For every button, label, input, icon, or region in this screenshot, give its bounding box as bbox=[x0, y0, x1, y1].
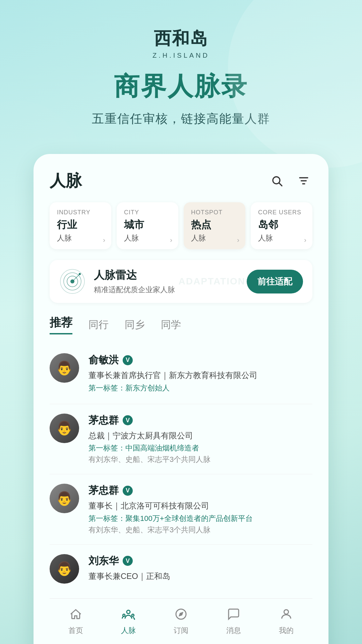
radar-title: 人脉雷达 bbox=[94, 268, 239, 283]
radar-goto-button[interactable]: 前往适配 bbox=[247, 270, 303, 293]
person-tag: 第一标签：新东方创始人 bbox=[88, 383, 312, 393]
person-name-row: 俞敏洪 V bbox=[88, 353, 312, 367]
person-info: 俞敏洪 V 董事长兼首席执行官｜新东方教育科技有限公司 第一标签：新东方创始人 bbox=[88, 353, 312, 394]
network-icon bbox=[120, 605, 137, 623]
home-icon bbox=[67, 605, 84, 623]
person-title: 董事长｜北京洛可可科技有限公司 bbox=[88, 500, 312, 512]
person-connections: 有刘东华、史船、宋志平3个共同人脉 bbox=[88, 454, 312, 465]
logo-text: 西和岛 bbox=[154, 27, 208, 50]
card-title: 人脉 bbox=[50, 170, 82, 192]
category-city[interactable]: CITY 城市 人脉 › bbox=[117, 202, 178, 249]
svg-point-13 bbox=[132, 614, 134, 616]
avatar: 👨 bbox=[50, 484, 79, 513]
svg-point-10 bbox=[79, 273, 81, 275]
list-item[interactable]: 👨 刘东华 V 董事长兼CEO｜正和岛 bbox=[50, 545, 312, 593]
verified-badge: V bbox=[123, 556, 133, 566]
tab-peer[interactable]: 同行 bbox=[88, 318, 109, 334]
person-tag: 第一标签：聚集100万+全球创造者的产品创新平台 bbox=[88, 514, 312, 524]
person-title: 董事长兼CEO｜正和岛 bbox=[88, 571, 312, 582]
avatar: 👨 bbox=[50, 414, 79, 443]
person-info: 刘东华 V 董事长兼CEO｜正和岛 bbox=[88, 554, 312, 584]
nav-profile[interactable]: 我的 bbox=[278, 605, 295, 636]
category-industry-arrow: › bbox=[103, 236, 105, 244]
radar-desc: 精准适配优质企业家人脉 bbox=[94, 285, 239, 295]
person-connections: 有刘东华、史船、宋志平3个共同人脉 bbox=[88, 525, 312, 535]
verified-badge: V bbox=[123, 415, 133, 425]
card-actions bbox=[268, 172, 312, 190]
category-hotspot-arrow: › bbox=[237, 236, 239, 244]
card-header: 人脉 bbox=[50, 170, 312, 192]
avatar: 👨 bbox=[50, 554, 79, 584]
category-core-label: CORE USERS bbox=[258, 209, 305, 216]
person-name: 茅忠群 bbox=[88, 414, 119, 427]
svg-marker-15 bbox=[179, 612, 183, 616]
list-item[interactable]: 👨 茅忠群 V 董事长｜北京洛可可科技有限公司 第一标签：聚集100万+全球创造… bbox=[50, 474, 312, 545]
category-grid: INDUSTRY 行业 人脉 › CITY 城市 人脉 › HOTSPOT 热点… bbox=[50, 202, 312, 249]
person-name: 刘东华 bbox=[88, 554, 119, 568]
person-title: 董事长兼首席执行官｜新东方教育科技有限公司 bbox=[88, 370, 312, 381]
category-city-label: CITY bbox=[124, 209, 171, 216]
list-item[interactable]: 👨 茅忠群 V 总裁｜宁波方太厨具有限公司 第一标签：中国高端油烟机缔造者 有刘… bbox=[50, 404, 312, 475]
nav-profile-label: 我的 bbox=[279, 626, 294, 636]
category-hotspot[interactable]: HOTSPOT 热点 人脉 › bbox=[184, 202, 245, 249]
radar-banner: 人脉雷达 精准适配优质企业家人脉 ADAPTATION 前往适配 bbox=[50, 260, 312, 303]
category-core-sub: 人脉 bbox=[258, 233, 305, 243]
nav-message[interactable]: 消息 bbox=[225, 605, 242, 636]
radar-icon bbox=[59, 268, 86, 295]
person-info: 茅忠群 V 董事长｜北京洛可可科技有限公司 第一标签：聚集100万+全球创造者的… bbox=[88, 484, 312, 535]
person-name-row: 茅忠群 V bbox=[88, 484, 312, 497]
list-item[interactable]: 👨 俞敏洪 V 董事长兼首席执行官｜新东方教育科技有限公司 第一标签：新东方创始… bbox=[50, 344, 312, 404]
verified-badge: V bbox=[123, 486, 133, 496]
person-name: 茅忠群 bbox=[88, 484, 119, 497]
tab-classmate[interactable]: 同学 bbox=[161, 318, 181, 334]
svg-line-9 bbox=[72, 274, 80, 281]
category-hotspot-sub: 人脉 bbox=[191, 233, 238, 243]
svg-line-1 bbox=[279, 183, 282, 186]
category-city-arrow: › bbox=[170, 236, 172, 244]
nav-network-label: 人脉 bbox=[121, 626, 136, 636]
category-industry-name: 行业 bbox=[57, 218, 104, 232]
tab-recommend[interactable]: 推荐 bbox=[50, 315, 72, 334]
person-name-row: 茅忠群 V bbox=[88, 414, 312, 427]
category-core-name: 岛邻 bbox=[258, 218, 305, 232]
category-industry[interactable]: INDUSTRY 行业 人脉 › bbox=[50, 202, 111, 249]
nav-subscribe[interactable]: 订阅 bbox=[172, 605, 190, 636]
bottom-nav: 首页 人脉 订阅 bbox=[50, 598, 312, 641]
search-button[interactable] bbox=[268, 172, 286, 190]
person-icon bbox=[278, 605, 295, 623]
message-icon bbox=[225, 605, 242, 623]
svg-point-16 bbox=[284, 610, 288, 614]
filter-button[interactable] bbox=[295, 172, 312, 190]
nav-home[interactable]: 首页 bbox=[67, 605, 84, 636]
nav-network[interactable]: 人脉 bbox=[120, 605, 137, 636]
category-industry-sub: 人脉 bbox=[57, 233, 104, 243]
avatar: 👨 bbox=[50, 353, 79, 383]
hero-subtitle: 五重信任审核，链接高能量人群 bbox=[0, 111, 362, 127]
category-industry-label: INDUSTRY bbox=[57, 209, 104, 216]
nav-message-label: 消息 bbox=[226, 626, 241, 636]
logo-container: 西和岛 Z.H.ISLAND bbox=[0, 27, 362, 59]
person-name: 俞敏洪 bbox=[88, 353, 119, 367]
category-city-sub: 人脉 bbox=[124, 233, 171, 243]
category-core-arrow: › bbox=[304, 236, 306, 244]
nav-home-label: 首页 bbox=[68, 626, 83, 636]
compass-icon bbox=[172, 605, 190, 623]
svg-point-11 bbox=[127, 610, 130, 614]
logo-subtitle: Z.H.ISLAND bbox=[153, 52, 209, 59]
person-tag: 第一标签：中国高端油烟机缔造者 bbox=[88, 443, 312, 453]
category-hotspot-name: 热点 bbox=[191, 218, 238, 232]
tabs-row: 推荐 同行 同乡 同学 bbox=[50, 315, 312, 334]
verified-badge: V bbox=[123, 355, 133, 365]
category-hotspot-label: HOTSPOT bbox=[191, 209, 238, 216]
main-card: 人脉 INDUSTRY 行业 人脉 › bbox=[34, 154, 328, 644]
category-city-name: 城市 bbox=[124, 218, 171, 232]
hero-title: 商界人脉录 bbox=[0, 69, 362, 104]
person-title: 总裁｜宁波方太厨具有限公司 bbox=[88, 430, 312, 441]
person-list: 👨 俞敏洪 V 董事长兼首席执行官｜新东方教育科技有限公司 第一标签：新东方创始… bbox=[50, 344, 312, 593]
person-info: 茅忠群 V 总裁｜宁波方太厨具有限公司 第一标签：中国高端油烟机缔造者 有刘东华… bbox=[88, 414, 312, 465]
category-core-users[interactable]: CORE USERS 岛邻 人脉 › bbox=[251, 202, 312, 249]
nav-subscribe-label: 订阅 bbox=[174, 626, 188, 636]
tab-hometown[interactable]: 同乡 bbox=[125, 318, 145, 334]
radar-text: 人脉雷达 精准适配优质企业家人脉 bbox=[94, 268, 239, 295]
person-name-row: 刘东华 V bbox=[88, 554, 312, 568]
